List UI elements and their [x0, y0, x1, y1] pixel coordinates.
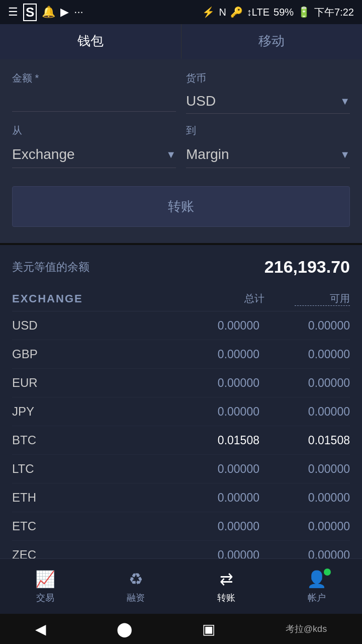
row-available: 0.00000	[259, 376, 350, 390]
row-currency: USD	[12, 318, 72, 333]
table-row: USD 0.00000 0.00000	[12, 311, 350, 340]
amount-input[interactable]	[12, 89, 176, 112]
status-left-icons: ☰ S 🔔 ▶ ···	[8, 4, 83, 21]
battery-label: 59%	[274, 7, 294, 18]
account-wrapper: 👤	[307, 570, 327, 589]
from-dropdown-arrow: ▼	[166, 149, 176, 160]
nav-transfer[interactable]: ⇄ 转账	[181, 570, 272, 604]
row-total: 0.00000	[169, 319, 259, 333]
row-values: 0.00000 0.00000	[72, 462, 350, 476]
row-available: 0.00000	[259, 520, 350, 533]
row-total: 0.00000	[169, 520, 259, 533]
bell-icon: 🔔	[42, 6, 55, 19]
main-tab-bar: 钱包 移动	[0, 24, 362, 59]
table-row: LTC 0.00000 0.00000	[12, 455, 350, 484]
row-values: 0.00000 0.00000	[72, 319, 350, 333]
table-row: BTC 0.01508 0.01508	[12, 426, 350, 455]
row-total: 0.00000	[169, 348, 259, 361]
from-to-row: 从 Exchange ▼ 到 Margin ▼	[12, 124, 350, 168]
from-select[interactable]: Exchange ▼	[12, 141, 176, 168]
row-currency: LTC	[12, 462, 72, 476]
row-values: 0.00000 0.00000	[72, 520, 350, 533]
s-icon: S	[23, 4, 37, 21]
currency-group: 货币 USD ▼	[186, 71, 350, 114]
amount-currency-row: 金额 * 货币 USD ▼	[12, 71, 350, 114]
table-row: JPY 0.00000 0.00000	[12, 397, 350, 426]
signal-icon: ↕LTE	[247, 7, 269, 18]
currency-select[interactable]: USD ▼	[186, 89, 350, 114]
recent-button[interactable]: ▣	[202, 621, 215, 637]
row-available: 0.01508	[259, 434, 350, 447]
row-total: 0.00000	[169, 376, 259, 390]
tab-move[interactable]: 移动	[182, 24, 363, 59]
status-bar: ☰ S 🔔 ▶ ··· ⚡ N 🔑 ↕LTE 59% 🔋 下午7:22	[0, 0, 362, 24]
battery-icon: 🔋	[298, 6, 310, 18]
row-currency: JPY	[12, 405, 72, 419]
play-icon: ▶	[60, 6, 69, 19]
trade-icon: 📈	[35, 570, 55, 589]
back-button[interactable]: ◀	[35, 621, 46, 637]
tab-wallet-label: 钱包	[77, 32, 104, 50]
key-icon: 🔑	[230, 6, 243, 18]
row-values: 0.00000 0.00000	[72, 376, 350, 390]
nav-finance[interactable]: ♻ 融资	[90, 570, 181, 604]
col-header-available: 可用	[295, 292, 350, 306]
menu-icon: ☰	[8, 6, 18, 19]
row-currency: BTC	[12, 433, 72, 447]
from-label: 从	[12, 124, 176, 137]
amount-label: 金额 *	[12, 71, 176, 85]
row-available: 0.00000	[259, 462, 350, 476]
transfer-form: 金额 * 货币 USD ▼ 从 Exchange ▼ 到 Margin ▼	[0, 59, 362, 243]
row-values: 0.00000 0.00000	[72, 348, 350, 361]
time-label: 下午7:22	[314, 6, 354, 19]
row-currency: EUR	[12, 376, 72, 390]
nav-finance-label: 融资	[127, 592, 145, 604]
exchange-section-label: EXCHANGE	[12, 292, 83, 305]
table-row: EUR 0.00000 0.00000	[12, 369, 350, 397]
system-bar: ◀ ⬤ ▣ 考拉@kds	[0, 614, 362, 644]
row-total: 0.00000	[169, 491, 259, 505]
balance-section: 美元等值的余额 216,193.70	[0, 243, 362, 283]
nav-trade[interactable]: 📈 交易	[0, 570, 90, 604]
watermark: 考拉@kds	[286, 623, 327, 635]
row-currency: ETH	[12, 491, 72, 505]
balance-label: 美元等值的余额	[12, 260, 89, 275]
to-label: 到	[186, 124, 350, 137]
tab-wallet[interactable]: 钱包	[0, 24, 182, 59]
row-available: 0.00000	[259, 405, 350, 419]
transfer-icon: ⇄	[220, 570, 233, 589]
to-select[interactable]: Margin ▼	[186, 141, 350, 168]
to-group: 到 Margin ▼	[186, 124, 350, 168]
nav-transfer-label: 转账	[217, 592, 235, 604]
nav-account-label: 帐户	[308, 592, 326, 604]
nav-trade-label: 交易	[36, 592, 54, 604]
balance-row: 美元等值的余额 216,193.70	[12, 257, 350, 277]
row-currency: GBP	[12, 347, 72, 361]
to-dropdown-arrow: ▼	[340, 149, 350, 160]
currency-dropdown-arrow: ▼	[340, 96, 350, 107]
balance-value: 216,193.70	[264, 257, 350, 277]
row-available: 0.00000	[259, 319, 350, 333]
bluetooth-icon: ⚡	[202, 6, 215, 18]
table-header-right: 总计 可用	[209, 292, 350, 306]
online-indicator	[324, 569, 331, 576]
currency-label: 货币	[186, 71, 350, 85]
table-header: EXCHANGE 总计 可用	[12, 283, 350, 311]
transfer-button[interactable]: 转账	[12, 186, 350, 227]
row-total: 0.01508	[169, 434, 259, 447]
row-total: 0.00000	[169, 405, 259, 419]
row-values: 0.01508 0.01508	[72, 434, 350, 447]
home-button[interactable]: ⬤	[117, 621, 132, 637]
row-values: 0.00000 0.00000	[72, 405, 350, 419]
finance-icon: ♻	[129, 570, 143, 589]
row-total: 0.00000	[169, 462, 259, 476]
amount-group: 金额 *	[12, 71, 176, 114]
to-value: Margin	[186, 146, 229, 163]
bottom-nav: 📈 交易 ♻ 融资 ⇄ 转账 👤 帐户	[0, 558, 362, 614]
nav-account[interactable]: 👤 帐户	[272, 570, 362, 604]
status-right-icons: ⚡ N 🔑 ↕LTE 59% 🔋 下午7:22	[202, 6, 354, 19]
from-group: 从 Exchange ▼	[12, 124, 176, 168]
row-values: 0.00000 0.00000	[72, 491, 350, 505]
row-available: 0.00000	[259, 348, 350, 361]
from-value: Exchange	[12, 146, 75, 163]
